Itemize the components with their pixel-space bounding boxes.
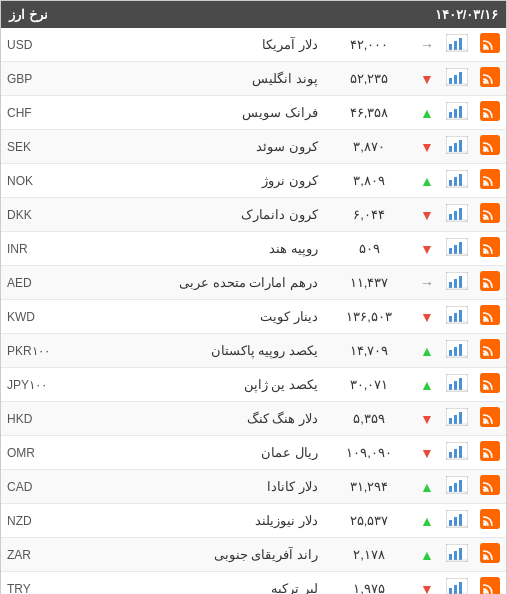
rss-cell[interactable] bbox=[474, 96, 506, 130]
chart-icon[interactable] bbox=[446, 306, 468, 324]
rss-icon[interactable] bbox=[480, 237, 500, 257]
rss-icon[interactable] bbox=[480, 101, 500, 121]
chart-cell[interactable] bbox=[440, 572, 474, 595]
svg-rect-101 bbox=[449, 520, 452, 526]
down-arrow-icon: ▼ bbox=[420, 445, 434, 461]
chart-icon[interactable] bbox=[446, 102, 468, 120]
rss-icon[interactable] bbox=[480, 373, 500, 393]
chart-icon[interactable] bbox=[446, 340, 468, 358]
rss-icon[interactable] bbox=[480, 475, 500, 495]
rss-cell[interactable] bbox=[474, 130, 506, 164]
rss-cell[interactable] bbox=[474, 62, 506, 96]
svg-rect-12 bbox=[459, 72, 462, 84]
chart-cell[interactable] bbox=[440, 300, 474, 334]
rss-icon[interactable] bbox=[480, 271, 500, 291]
rss-cell[interactable] bbox=[474, 572, 506, 595]
chart-icon[interactable] bbox=[446, 136, 468, 154]
chart-cell[interactable] bbox=[440, 504, 474, 538]
up-arrow-icon: ▲ bbox=[420, 479, 434, 495]
chart-icon[interactable] bbox=[446, 544, 468, 562]
rss-cell[interactable] bbox=[474, 368, 506, 402]
svg-rect-94 bbox=[449, 486, 452, 492]
table-row: ▲۳۰,۰۷۱یکصد ین ژاپنJPY۱۰۰ bbox=[1, 368, 506, 402]
chart-icon[interactable] bbox=[446, 170, 468, 188]
rss-cell[interactable] bbox=[474, 436, 506, 470]
chart-cell[interactable] bbox=[440, 198, 474, 232]
chart-icon[interactable] bbox=[446, 476, 468, 494]
price-cell: ۴۲,۰۰۰ bbox=[324, 28, 414, 62]
chart-cell[interactable] bbox=[440, 130, 474, 164]
rss-cell[interactable] bbox=[474, 504, 506, 538]
rss-cell[interactable] bbox=[474, 232, 506, 266]
rss-cell[interactable] bbox=[474, 266, 506, 300]
svg-rect-117 bbox=[459, 582, 462, 594]
chart-cell[interactable] bbox=[440, 96, 474, 130]
rss-icon[interactable] bbox=[480, 339, 500, 359]
rss-icon[interactable] bbox=[480, 203, 500, 223]
table-row: ▼۳,۸۷۰کرون سوئدSEK bbox=[1, 130, 506, 164]
chart-icon[interactable] bbox=[446, 34, 468, 52]
chart-icon[interactable] bbox=[446, 204, 468, 222]
rss-icon[interactable] bbox=[480, 543, 500, 563]
chart-cell[interactable] bbox=[440, 402, 474, 436]
chart-icon[interactable] bbox=[446, 68, 468, 86]
chart-icon[interactable] bbox=[446, 510, 468, 528]
chart-cell[interactable] bbox=[440, 436, 474, 470]
currency-code-cell: INR bbox=[1, 232, 71, 266]
svg-rect-53 bbox=[454, 279, 457, 288]
chart-icon[interactable] bbox=[446, 374, 468, 392]
down-arrow-icon: ▼ bbox=[420, 71, 434, 87]
chart-cell[interactable] bbox=[440, 28, 474, 62]
table-row: ▼۱,۹۷۵لیر ترکیهTRY bbox=[1, 572, 506, 595]
svg-rect-4 bbox=[454, 41, 457, 50]
up-arrow-icon: ▲ bbox=[420, 105, 434, 121]
price-cell: ۱۱,۴۳۷ bbox=[324, 266, 414, 300]
svg-rect-80 bbox=[449, 418, 452, 424]
up-arrow-icon: ▲ bbox=[420, 173, 434, 189]
svg-rect-47 bbox=[459, 242, 462, 254]
rss-icon[interactable] bbox=[480, 305, 500, 325]
chart-cell[interactable] bbox=[440, 164, 474, 198]
svg-rect-11 bbox=[454, 75, 457, 84]
rss-cell[interactable] bbox=[474, 300, 506, 334]
rss-cell[interactable] bbox=[474, 198, 506, 232]
chart-icon[interactable] bbox=[446, 238, 468, 256]
svg-rect-60 bbox=[454, 313, 457, 322]
rss-cell[interactable] bbox=[474, 28, 506, 62]
rss-cell[interactable] bbox=[474, 538, 506, 572]
rss-cell[interactable] bbox=[474, 470, 506, 504]
rss-icon[interactable] bbox=[480, 441, 500, 461]
currency-code-cell: SEK bbox=[1, 130, 71, 164]
chart-cell[interactable] bbox=[440, 334, 474, 368]
chart-cell[interactable] bbox=[440, 538, 474, 572]
chart-cell[interactable] bbox=[440, 266, 474, 300]
chart-cell[interactable] bbox=[440, 470, 474, 504]
currency-name-cell: راند آفریقای جنوبی bbox=[71, 538, 324, 572]
rss-icon[interactable] bbox=[480, 577, 500, 594]
rss-cell[interactable] bbox=[474, 402, 506, 436]
chart-icon[interactable] bbox=[446, 442, 468, 460]
rss-icon[interactable] bbox=[480, 33, 500, 53]
chart-cell[interactable] bbox=[440, 368, 474, 402]
svg-rect-39 bbox=[454, 211, 457, 220]
rss-icon[interactable] bbox=[480, 407, 500, 427]
svg-rect-95 bbox=[454, 483, 457, 492]
svg-rect-88 bbox=[454, 449, 457, 458]
rss-icon[interactable] bbox=[480, 509, 500, 529]
rss-icon[interactable] bbox=[480, 135, 500, 155]
rss-icon[interactable] bbox=[480, 169, 500, 189]
rss-cell[interactable] bbox=[474, 164, 506, 198]
currency-name-cell: کرون دانمارک bbox=[71, 198, 324, 232]
svg-rect-18 bbox=[454, 109, 457, 118]
chart-icon[interactable] bbox=[446, 578, 468, 594]
svg-rect-89 bbox=[459, 446, 462, 458]
rss-icon[interactable] bbox=[480, 67, 500, 87]
chart-cell[interactable] bbox=[440, 232, 474, 266]
rss-cell[interactable] bbox=[474, 334, 506, 368]
svg-rect-54 bbox=[459, 276, 462, 288]
chart-icon[interactable] bbox=[446, 272, 468, 290]
chart-icon[interactable] bbox=[446, 408, 468, 426]
currency-code-cell: NOK bbox=[1, 164, 71, 198]
down-arrow-icon: ▼ bbox=[420, 411, 434, 427]
chart-cell[interactable] bbox=[440, 62, 474, 96]
